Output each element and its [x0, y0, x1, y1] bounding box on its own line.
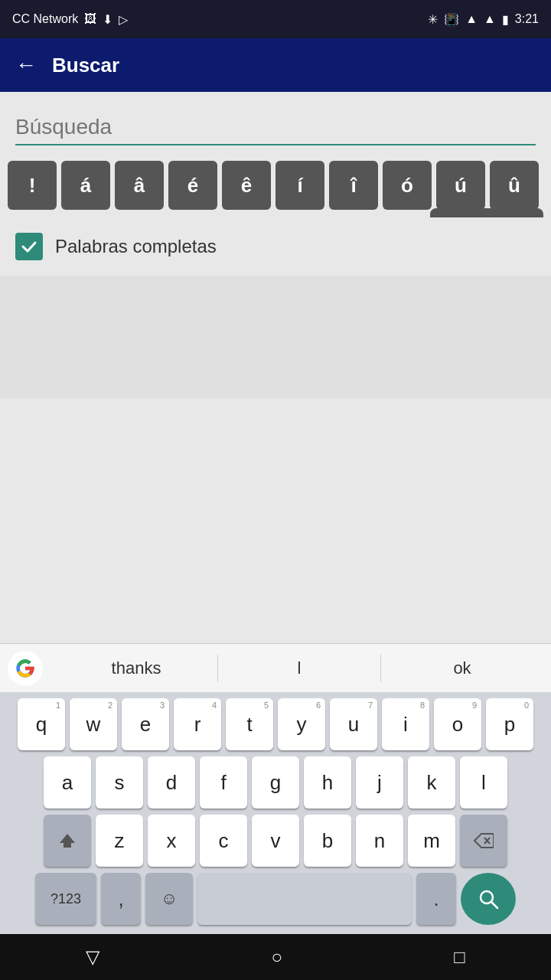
key-u[interactable]: 7u [330, 698, 377, 750]
shift-icon [58, 831, 77, 850]
suggestion-thanks[interactable]: thanks [55, 658, 217, 678]
key-space[interactable] [197, 873, 412, 925]
spec-char-u-circumflex[interactable]: û [490, 161, 539, 210]
key-comma[interactable]: , [101, 873, 141, 925]
page-title: Buscar [52, 54, 119, 77]
palabras-completas-label: Palabras completas [55, 236, 217, 257]
key-period[interactable]: . [416, 873, 456, 925]
notification-icon: 🖼 [84, 12, 96, 26]
spec-char-e-acute[interactable]: é [168, 161, 217, 210]
key-backspace[interactable] [460, 815, 507, 867]
key-row-2: a s d f g h j k l [3, 756, 548, 808]
key-z[interactable]: z [96, 815, 143, 867]
nav-back-button[interactable]: ▽ [86, 946, 99, 968]
key-numbers[interactable]: ?123 [35, 873, 96, 925]
google-logo [8, 651, 43, 686]
key-d[interactable]: d [148, 756, 195, 808]
key-x[interactable]: x [148, 815, 195, 867]
key-shift[interactable] [44, 815, 91, 867]
key-v[interactable]: v [252, 815, 299, 867]
spec-char-o-acute[interactable]: ó [383, 161, 432, 210]
key-h[interactable]: h [304, 756, 351, 808]
key-row-4: ?123 , ☺ . [3, 873, 548, 925]
spec-char-a-circumflex[interactable]: â [115, 161, 164, 210]
key-r[interactable]: 4r [174, 698, 221, 750]
key-c[interactable]: c [200, 815, 247, 867]
search-tooltip: Búsqueda [430, 208, 543, 217]
key-search-button[interactable] [461, 873, 516, 925]
key-b[interactable]: b [304, 815, 351, 867]
spec-char-e-circumflex[interactable]: ê [222, 161, 271, 210]
svg-marker-0 [60, 834, 75, 848]
key-n[interactable]: n [356, 815, 403, 867]
nav-home-button[interactable]: ○ [271, 946, 282, 968]
back-button[interactable]: ← [15, 53, 37, 77]
signal-icon: ▲ [484, 12, 496, 26]
check-icon [21, 238, 37, 255]
suggestion-ok[interactable]: ok [381, 658, 543, 678]
key-f[interactable]: f [200, 756, 247, 808]
search-input[interactable] [15, 115, 536, 139]
spec-char-u-acute[interactable]: ú [436, 161, 485, 210]
key-w[interactable]: 2w [70, 698, 117, 750]
keyboard-container: thanks l ok 1q 2w 3e 4r 5t 6y 7u 8i 9o 0… [0, 643, 551, 934]
search-area [0, 92, 551, 153]
bluetooth-icon: ✳ [428, 12, 438, 27]
bottom-nav-bar: ▽ ○ □ [0, 934, 551, 980]
status-right: ✳ 📳 ▲ ▲ ▮ 3:21 [428, 12, 539, 27]
key-k[interactable]: k [408, 756, 455, 808]
time-label: 3:21 [515, 12, 539, 26]
key-e[interactable]: 3e [122, 698, 169, 750]
spec-char-i-acute[interactable]: í [276, 161, 324, 210]
checkbox-row[interactable]: Palabras completas [0, 217, 551, 276]
svg-line-4 [491, 902, 497, 908]
vibrate-icon: 📳 [444, 12, 459, 27]
key-g[interactable]: g [252, 756, 299, 808]
app-bar: ← Buscar [0, 38, 551, 92]
key-q[interactable]: 1q [18, 698, 65, 750]
play-icon: ▷ [119, 12, 128, 27]
search-icon [477, 887, 500, 910]
battery-icon: ▮ [502, 12, 509, 27]
key-i[interactable]: 8i [382, 698, 429, 750]
key-l[interactable]: l [460, 756, 507, 808]
keyboard-keys: 1q 2w 3e 4r 5t 6y 7u 8i 9o 0p a s d f g … [0, 692, 551, 934]
key-o[interactable]: 9o [434, 698, 481, 750]
key-row-1: 1q 2w 3e 4r 5t 6y 7u 8i 9o 0p [3, 698, 548, 750]
status-left: CC Network 🖼 ⬇ ▷ [12, 12, 128, 27]
suggestions-bar: thanks l ok [0, 643, 551, 692]
key-emoji[interactable]: ☺ [145, 873, 193, 925]
palabras-completas-checkbox[interactable] [15, 233, 43, 260]
nav-recent-button[interactable]: □ [454, 946, 465, 968]
special-chars-bar: ! á â é ê í î ó ú û Búsqueda [0, 153, 551, 217]
key-y[interactable]: 6y [278, 698, 325, 750]
suggestion-l[interactable]: l [218, 658, 380, 678]
spec-char-exclamation[interactable]: ! [8, 161, 57, 210]
key-m[interactable]: m [408, 815, 455, 867]
key-p[interactable]: 0p [486, 698, 533, 750]
spec-char-a-acute[interactable]: á [61, 161, 110, 210]
key-a[interactable]: a [44, 756, 91, 808]
download-icon: ⬇ [103, 12, 112, 27]
wifi-icon: ▲ [465, 12, 478, 26]
search-input-container[interactable] [15, 115, 536, 145]
backspace-icon [474, 832, 494, 849]
network-label: CC Network [12, 12, 78, 26]
key-j[interactable]: j [356, 756, 403, 808]
google-g-icon [15, 658, 36, 679]
key-t[interactable]: 5t [226, 698, 273, 750]
status-bar: CC Network 🖼 ⬇ ▷ ✳ 📳 ▲ ▲ ▮ 3:21 [0, 0, 551, 38]
key-row-3: z x c v b n m [3, 815, 548, 867]
key-s[interactable]: s [96, 756, 143, 808]
content-spacer [0, 276, 551, 398]
spec-char-i-circumflex[interactable]: î [329, 161, 378, 210]
